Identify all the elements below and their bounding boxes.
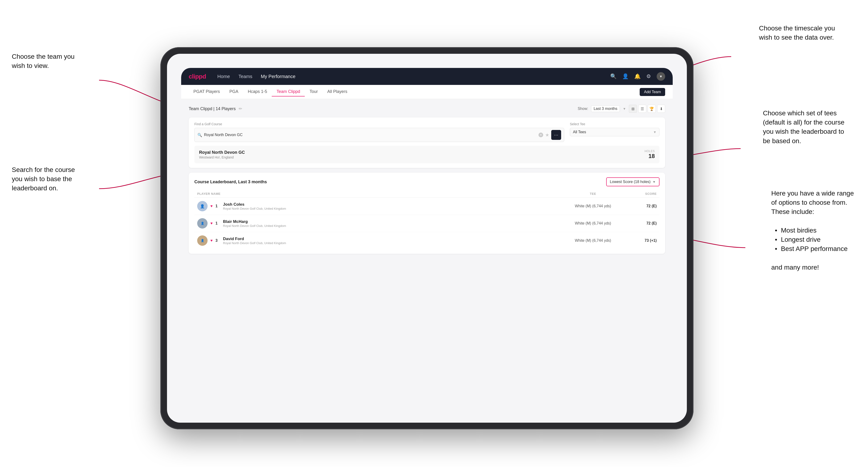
- nav-my-performance[interactable]: My Performance: [261, 74, 296, 79]
- annotation-bottom-left: Search for the courseyou wish to base th…: [12, 165, 75, 193]
- player-club: Royal North Devon Golf Club, United King…: [223, 224, 286, 228]
- player-name: David Ford: [223, 237, 286, 241]
- leaderboard-table: PLAYER NAME TEE SCORE 👤 ♥ 1 Josh: [194, 190, 659, 249]
- rank-number: 1: [216, 221, 220, 225]
- search-dark-button[interactable]: ⋯: [551, 130, 561, 140]
- edit-icon[interactable]: ✏: [239, 106, 242, 111]
- leaderboard-title-wrap: Course Leaderboard, Last 3 months: [194, 180, 267, 184]
- course-search-icon: 🔍: [197, 133, 202, 137]
- show-chevron: ▼: [623, 107, 626, 111]
- tee-select-wrap[interactable]: All Tees ▼: [570, 128, 659, 136]
- player-cell: 👤 ♥ 1 Blair McHarg Royal North Devon Gol…: [197, 218, 558, 228]
- team-title: Team Clippd | 14 Players ✏: [189, 106, 242, 111]
- heart-icon[interactable]: ♥: [210, 204, 213, 208]
- brand-logo: clippd: [189, 73, 206, 80]
- course-search-wrap: 🔍 ✕ ★ ⋯: [194, 128, 564, 142]
- table-row: 👤 ♥ 1 Blair McHarg Royal North Devon Gol…: [194, 215, 659, 232]
- col-tee: TEE: [558, 192, 628, 195]
- score-type-text: Lowest Score (18 holes): [610, 180, 651, 184]
- player-avatar: 👤: [197, 201, 208, 211]
- navbar: clippd Home Teams My Performance 🔍 👤 🔔 ⚙…: [181, 68, 673, 85]
- tee-select-text: All Tees: [573, 130, 653, 134]
- course-location: Westward Ho!, England: [199, 155, 245, 159]
- grid-view-btn[interactable]: ⊞: [629, 105, 637, 113]
- tab-pgat-players[interactable]: PGAT Players: [189, 87, 224, 96]
- course-search-col: Find a Golf Course 🔍 ✕ ★ ⋯: [194, 122, 564, 142]
- player-club: Royal North Devon Golf Club, United King…: [223, 241, 286, 245]
- score-type-select[interactable]: Lowest Score (18 holes) ▼: [606, 177, 659, 186]
- annotation-middle-right: Choose which set of tees(default is all)…: [763, 108, 845, 146]
- col-player-name: PLAYER NAME: [197, 192, 558, 195]
- search-row: Find a Golf Course 🔍 ✕ ★ ⋯ Select Tee: [194, 122, 659, 142]
- holes-number: 18: [645, 153, 655, 159]
- tab-tour[interactable]: Tour: [305, 87, 322, 96]
- player-name: Josh Coles: [223, 202, 286, 207]
- player-cell: 👤 ♥ 3 David Ford Royal North Devon Golf …: [197, 236, 558, 246]
- score-cell: 73 (+1): [628, 239, 657, 243]
- leaderboard-section: Course Leaderboard, Last 3 months Lowest…: [189, 173, 665, 254]
- rank-number: 1: [216, 204, 220, 208]
- score-cell: 72 (E): [628, 221, 657, 225]
- nav-icons: 🔍 👤 🔔 ⚙ ▼: [610, 72, 665, 81]
- nav-teams[interactable]: Teams: [239, 74, 252, 79]
- leaderboard-headers: PLAYER NAME TEE SCORE: [194, 190, 659, 198]
- leaderboard-header: Course Leaderboard, Last 3 months Lowest…: [194, 177, 659, 186]
- player-name: Blair McHarg: [223, 219, 286, 224]
- heart-icon[interactable]: ♥: [210, 221, 213, 225]
- view-icons: ⊞ ☰ 🏆 ⬇: [629, 105, 665, 113]
- player-avatar: 👤: [197, 218, 208, 228]
- holes-badge: Holes 18: [645, 150, 655, 159]
- col-score: SCORE: [628, 192, 657, 195]
- tab-hcaps[interactable]: Hcaps 1-5: [243, 87, 272, 96]
- bell-icon[interactable]: 🔔: [634, 73, 641, 80]
- list-view-btn[interactable]: ☰: [638, 105, 646, 113]
- score-type-chevron: ▼: [652, 180, 656, 184]
- search-icon[interactable]: 🔍: [610, 73, 617, 80]
- tee-cell: White (M) (6,744 yds): [558, 239, 628, 243]
- heart-icon[interactable]: ♥: [210, 239, 213, 243]
- tee-label: Select Tee: [570, 122, 659, 126]
- table-row: 👤 ♥ 3 David Ford Royal North Devon Golf …: [194, 232, 659, 249]
- tee-chevron-icon: ▼: [653, 130, 656, 134]
- add-team-button[interactable]: Add Team: [640, 88, 665, 96]
- nav-links: Home Teams My Performance: [217, 74, 296, 79]
- tee-select-col: Select Tee All Tees ▼: [570, 122, 659, 142]
- course-name: Royal North Devon GC: [199, 150, 245, 155]
- people-icon[interactable]: 👤: [622, 73, 628, 80]
- tee-cell: White (M) (6,744 yds): [558, 221, 628, 225]
- course-label: Find a Golf Course: [194, 122, 564, 126]
- leaderboard-title: Course Leaderboard,: [194, 180, 237, 184]
- player-info: David Ford Royal North Devon Golf Club, …: [223, 237, 286, 245]
- table-row: 👤 ♥ 1 Josh Coles Royal North Devon Golf …: [194, 198, 659, 215]
- download-btn[interactable]: ⬇: [657, 105, 665, 113]
- user-avatar[interactable]: ▼: [657, 72, 665, 81]
- course-search-input[interactable]: [204, 133, 536, 137]
- team-controls: Show: Last 3 months ▼ ⊞ ☰ 🏆 ⬇: [578, 105, 665, 113]
- settings-icon[interactable]: ⚙: [646, 73, 651, 80]
- main-content: Team Clippd | 14 Players ✏ Show: Last 3 …: [181, 99, 673, 259]
- nav-home[interactable]: Home: [217, 74, 230, 79]
- show-select[interactable]: Last 3 months: [591, 105, 620, 112]
- player-info: Blair McHarg Royal North Devon Golf Club…: [223, 219, 286, 228]
- tab-team-clippd[interactable]: Team Clippd: [272, 87, 305, 96]
- tee-cell: White (M) (6,744 yds): [558, 204, 628, 208]
- score-cell: 72 (E): [628, 204, 657, 208]
- trophy-view-btn[interactable]: 🏆: [648, 105, 656, 113]
- tab-pga[interactable]: PGA: [224, 87, 243, 96]
- search-star-icon[interactable]: ★: [545, 132, 549, 138]
- search-panel: Find a Golf Course 🔍 ✕ ★ ⋯ Select Tee: [189, 118, 665, 168]
- ipad-device: clippd Home Teams My Performance 🔍 👤 🔔 ⚙…: [160, 47, 693, 429]
- tab-all-players[interactable]: All Players: [323, 87, 352, 96]
- player-cell: 👤 ♥ 1 Josh Coles Royal North Devon Golf …: [197, 201, 558, 211]
- course-result: Royal North Devon GC Westward Ho!, Engla…: [194, 146, 659, 163]
- subnav: PGAT Players PGA Hcaps 1-5 Team Clippd T…: [181, 85, 673, 99]
- rank-number: 3: [216, 239, 220, 243]
- subnav-tabs: PGAT Players PGA Hcaps 1-5 Team Clippd T…: [189, 87, 352, 96]
- annotation-top-right: Choose the timescale youwish to see the …: [759, 24, 835, 42]
- player-count: | 14 Players: [214, 106, 236, 111]
- search-clear-btn[interactable]: ✕: [538, 132, 543, 137]
- team-header: Team Clippd | 14 Players ✏ Show: Last 3 …: [189, 105, 665, 113]
- course-info: Royal North Devon GC Westward Ho!, Engla…: [199, 150, 245, 159]
- annotation-top-left: Choose the team youwish to view.: [12, 52, 74, 70]
- holes-label: Holes: [645, 150, 655, 153]
